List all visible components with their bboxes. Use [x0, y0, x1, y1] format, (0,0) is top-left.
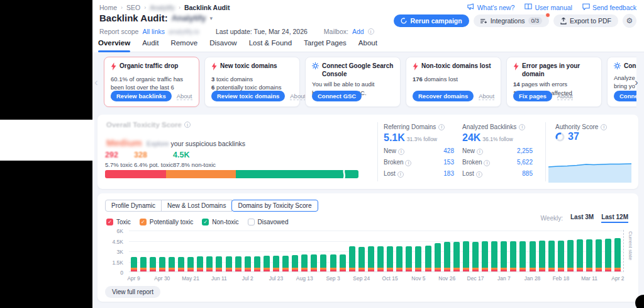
- stacked-bar[interactable]: [463, 241, 469, 271]
- tab-disavow[interactable]: Disavow: [209, 39, 236, 52]
- checkbox-unchecked-icon[interactable]: [248, 219, 255, 225]
- checkbox-checked-icon[interactable]: ✓: [140, 219, 147, 225]
- stacked-bar[interactable]: [519, 241, 526, 271]
- stacked-bar[interactable]: [131, 257, 137, 271]
- stacked-bar[interactable]: [548, 241, 555, 272]
- stacked-bar[interactable]: [425, 246, 431, 271]
- send-feedback-link[interactable]: Send feedback: [582, 3, 636, 11]
- stacked-bar[interactable]: [330, 254, 336, 272]
- about-link[interactable]: About: [290, 93, 306, 100]
- stacked-bar[interactable]: [282, 256, 289, 271]
- stacked-bar[interactable]: [596, 239, 602, 271]
- range-last-12m[interactable]: Last 12M: [601, 214, 628, 223]
- info-icon[interactable]: i: [184, 122, 191, 128]
- range-last-3m[interactable]: Last 3M: [570, 214, 594, 223]
- integrations-button[interactable]: Integrations 0/3: [474, 14, 549, 27]
- metric-value[interactable]: 5.1K31.3% follow: [384, 132, 437, 144]
- stacked-bar[interactable]: [406, 246, 412, 271]
- info-icon[interactable]: i: [484, 160, 490, 166]
- stacked-bar[interactable]: [482, 241, 488, 271]
- legend-toxic[interactable]: ✓Toxic: [106, 219, 131, 225]
- info-icon[interactable]: i: [405, 160, 411, 166]
- recover-domains-button[interactable]: Recover domains: [413, 91, 474, 101]
- metric-row-value[interactable]: 183: [443, 170, 454, 178]
- chart-tab-profile-dynamic[interactable]: Profile Dynamic: [105, 200, 162, 212]
- user-manual-link[interactable]: User manual: [525, 3, 572, 11]
- stacked-bar[interactable]: [435, 243, 441, 271]
- pot-toxic-count[interactable]: 328: [134, 151, 147, 159]
- tab-about[interactable]: About: [358, 39, 377, 52]
- metric-row-value[interactable]: 885: [522, 170, 533, 178]
- rerun-campaign-button[interactable]: Rerun campaign: [394, 14, 469, 27]
- stacked-bar[interactable]: [586, 239, 592, 271]
- tab-target-pages[interactable]: Target Pages: [304, 39, 347, 52]
- metric-value[interactable]: 24K36.1% follow: [462, 132, 513, 144]
- review-backlinks-button[interactable]: Review backlinks: [111, 91, 172, 101]
- stacked-bar[interactable]: [254, 256, 260, 271]
- info-icon[interactable]: i: [438, 124, 445, 130]
- breadcrumb-item[interactable]: Home: [99, 4, 117, 11]
- legend-potentially-toxic[interactable]: ✓Potentially toxic: [140, 219, 193, 225]
- non-toxic-count[interactable]: 4.5K: [173, 151, 189, 159]
- mailbox-add-link[interactable]: Add: [352, 28, 364, 35]
- tab-lost-found[interactable]: Lost & Found: [249, 39, 292, 52]
- stacked-bar[interactable]: [245, 256, 251, 271]
- stacked-bar[interactable]: [510, 241, 516, 271]
- stacked-bar[interactable]: [605, 239, 611, 271]
- carousel-prev-icon[interactable]: ‹: [94, 77, 98, 88]
- stacked-bar[interactable]: [301, 254, 308, 271]
- tab-audit[interactable]: Audit: [142, 39, 158, 52]
- stacked-bar[interactable]: [178, 257, 184, 271]
- stacked-bar[interactable]: [396, 246, 402, 271]
- chart-tab-domains-by-toxicity-score[interactable]: Domains by Toxicity Score: [231, 200, 318, 212]
- info-icon[interactable]: i: [397, 171, 404, 178]
- fix-pages-button[interactable]: Fix pages: [513, 91, 552, 101]
- metric-row-value[interactable]: 5,622: [517, 159, 533, 166]
- stacked-bar[interactable]: [501, 241, 507, 271]
- info-icon[interactable]: i: [368, 28, 374, 35]
- view-full-report-button[interactable]: View full report: [105, 286, 160, 298]
- info-icon[interactable]: i: [477, 149, 483, 155]
- stacked-bar[interactable]: [577, 239, 583, 271]
- stacked-bar[interactable]: [340, 254, 346, 272]
- stacked-bar[interactable]: [530, 241, 536, 271]
- breadcrumb-item[interactable]: Backlink Audit: [184, 4, 230, 11]
- chart-tab-new-lost-domains[interactable]: New & Lost Domains: [161, 200, 232, 212]
- stacked-bar[interactable]: [197, 256, 203, 271]
- stacked-bar[interactable]: [358, 247, 365, 271]
- stacked-bar[interactable]: [206, 256, 213, 271]
- stacked-bar[interactable]: [368, 246, 374, 271]
- stacked-bar[interactable]: [226, 256, 232, 271]
- chevron-down-icon[interactable]: ▾: [210, 15, 213, 21]
- stacked-bar[interactable]: [558, 241, 564, 272]
- stacked-bar[interactable]: [292, 255, 298, 271]
- stacked-bar[interactable]: [453, 242, 460, 271]
- stacked-bar[interactable]: [150, 257, 156, 271]
- connect-gsc-button[interactable]: Connect GSC: [312, 91, 362, 101]
- carousel-next-icon[interactable]: ›: [635, 77, 638, 88]
- legend-non-toxic[interactable]: ✓Non-toxic: [202, 219, 238, 225]
- breadcrumb-item[interactable]: SEO: [126, 4, 140, 11]
- stacked-bar[interactable]: [539, 241, 545, 271]
- stacked-bar[interactable]: [311, 254, 317, 271]
- info-icon[interactable]: i: [601, 124, 607, 130]
- stacked-bar[interactable]: [235, 256, 242, 271]
- checkbox-checked-icon[interactable]: ✓: [202, 219, 209, 225]
- stacked-bar[interactable]: [320, 254, 326, 271]
- stacked-bar[interactable]: [159, 257, 165, 271]
- toxic-count[interactable]: 292: [105, 151, 118, 159]
- stacked-bar[interactable]: [273, 256, 279, 271]
- stacked-bar[interactable]: [415, 246, 421, 271]
- stacked-bar[interactable]: [377, 246, 384, 271]
- stacked-bar[interactable]: [614, 238, 621, 271]
- stacked-bar[interactable]: [216, 256, 222, 271]
- stacked-bar[interactable]: [140, 257, 147, 271]
- checkbox-checked-icon[interactable]: ✓: [106, 219, 113, 225]
- stacked-bar[interactable]: [472, 242, 479, 271]
- breadcrumb-item[interactable]: Analytify: [150, 4, 175, 11]
- info-icon[interactable]: i: [519, 124, 525, 130]
- about-link[interactable]: About: [557, 93, 573, 100]
- metric-row-value[interactable]: 428: [443, 147, 454, 155]
- stacked-bar[interactable]: [264, 256, 270, 271]
- metric-row-value[interactable]: 2,255: [517, 147, 533, 155]
